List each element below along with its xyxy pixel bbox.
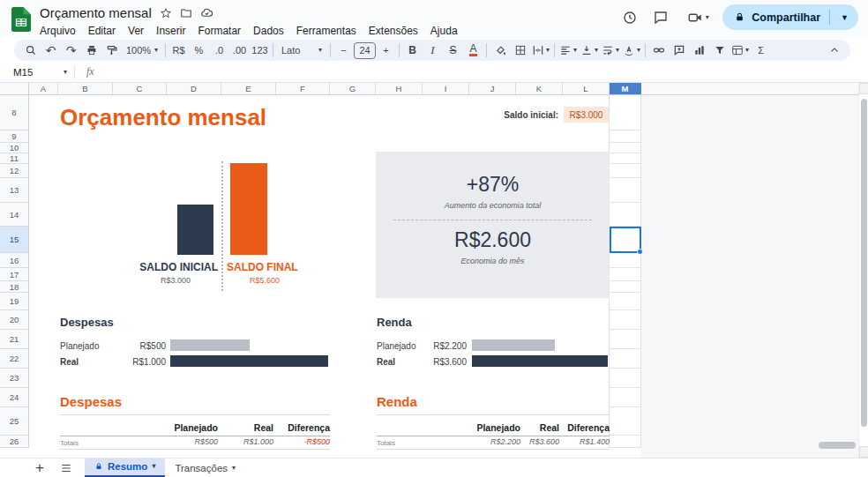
row-header-16[interactable]: 16 [0,253,29,268]
table-views-button[interactable]: ▾ [730,41,751,60]
column-header-C[interactable]: C [113,83,167,94]
insert-comment-button[interactable] [669,41,689,60]
text-rotation-button[interactable]: ▾ [621,41,642,60]
scroll-up-button[interactable] [859,83,868,94]
tab-menu-caret-icon[interactable]: ▾ [152,463,155,470]
row-header-19[interactable]: 19 [0,293,29,310]
decrease-decimal-button[interactable]: .0 [209,41,229,60]
borders-button[interactable] [510,41,530,60]
menu-inserir[interactable]: Inserir [150,23,191,41]
increase-decimal-button[interactable]: .00 [229,41,250,60]
row-header-9[interactable]: 9 [0,130,29,143]
column-header-D[interactable]: D [167,83,221,94]
text-wrap-button[interactable]: ▾ [600,41,621,60]
vertical-scrollbar-thumb[interactable] [861,99,867,427]
row-header-26[interactable]: 26 [0,436,29,448]
row-header-24[interactable]: 24 [0,388,29,407]
scroll-down-button[interactable] [859,446,868,458]
column-header-G[interactable]: G [330,83,376,94]
row-header-18[interactable]: 18 [0,281,29,293]
column-header-M[interactable]: M [610,83,641,94]
text-color-button[interactable]: A [463,41,483,60]
column-header-F[interactable]: F [276,83,330,94]
all-sheets-button[interactable] [56,458,76,477]
font-select[interactable]: Lato▾ [276,41,327,60]
add-sheet-button[interactable]: + [30,458,49,477]
menu-ver[interactable]: Ver [122,23,150,41]
zoom-select[interactable]: 100%▾ [122,41,162,60]
formula-input[interactable] [94,62,868,82]
fill-color-button[interactable] [490,41,510,60]
row-header-14[interactable]: 14 [0,203,29,227]
menu-dados[interactable]: Dados [247,23,290,41]
version-history-icon[interactable] [617,5,642,30]
share-button[interactable]: Compartilhar ▼ [722,4,858,30]
menu-arquivo[interactable]: Arquivo [34,23,82,41]
row-header-17[interactable]: 17 [0,268,29,281]
fill-handle[interactable] [637,249,643,255]
currency-format-button[interactable]: R$ [168,41,189,60]
hide-menus-button[interactable] [824,41,844,60]
sheet-tab-resumo[interactable]: Resumo▾ [85,458,165,477]
merge-cells-button[interactable]: ▾ [530,41,551,60]
decrease-font-size-button[interactable]: − [333,41,354,60]
horizontal-scrollbar-thumb[interactable] [819,442,856,449]
row-header-13[interactable]: 13 [0,178,29,203]
increase-font-size-button[interactable]: + [376,41,396,60]
menu-formatar[interactable]: Formatar [191,23,247,41]
tab-menu-caret-icon[interactable]: ▾ [232,465,236,472]
column-header-K[interactable]: K [516,83,563,94]
column-header-I[interactable]: I [423,83,469,94]
menu-editar[interactable]: Editar [82,23,122,41]
menu-ajuda[interactable]: Ajuda [424,23,464,41]
menu-ferramentas[interactable]: Ferramentas [290,23,363,41]
row-header-25[interactable]: 25 [0,407,29,436]
column-header-H[interactable]: H [376,83,423,94]
create-filter-button[interactable] [709,41,730,60]
move-folder-icon[interactable] [180,7,192,19]
row-header-20[interactable]: 20 [0,310,29,330]
font-size-input[interactable]: 24 [354,42,376,59]
print-button[interactable] [81,41,101,60]
column-header-E[interactable]: E [221,83,276,94]
vertical-align-button[interactable]: ▾ [579,41,600,60]
sheet-tab-transacoes[interactable]: Transações▾ [165,458,245,477]
row-header-10[interactable]: 10 [0,143,29,153]
row-header-21[interactable]: 21 [0,330,29,349]
sheet-canvas[interactable]: Orçamento mensal Saldo inicial: R$3.000 … [29,95,858,458]
sheets-logo[interactable] [11,7,31,32]
column-header-L[interactable]: L [563,83,610,94]
vertical-scrollbar[interactable] [858,83,868,458]
horizontal-align-button[interactable]: ▾ [557,41,579,60]
share-menu-caret[interactable]: ▼ [836,13,853,22]
row-header-23[interactable]: 23 [0,369,29,388]
column-header-B[interactable]: B [58,83,113,94]
strikethrough-button[interactable]: S [443,41,463,60]
bold-button[interactable]: B [402,41,423,60]
comments-icon[interactable] [648,5,673,30]
selected-cell[interactable] [610,227,641,253]
redo-button[interactable]: ↷ [61,41,81,60]
italic-button[interactable]: I [423,41,443,60]
search-button[interactable] [20,41,41,60]
row-header-12[interactable]: 12 [0,164,29,178]
paint-format-button[interactable] [101,41,122,60]
menu-extensoes[interactable]: Extensões [363,23,424,41]
functions-button[interactable]: Σ [751,41,771,60]
row-header-15[interactable]: 15 [0,227,29,253]
insert-link-button[interactable] [648,41,669,60]
document-title[interactable]: Orçamento mensal [40,5,152,20]
row-header-11[interactable]: 11 [0,153,29,164]
percent-format-button[interactable]: % [189,41,209,60]
undo-button[interactable]: ↶ [41,41,61,60]
insert-chart-button[interactable] [689,41,709,60]
column-header-A[interactable]: A [29,83,58,94]
star-icon[interactable] [160,7,172,19]
row-header-22[interactable]: 22 [0,349,29,369]
name-box[interactable]: M15 ▾ [0,67,67,78]
column-header-J[interactable]: J [469,83,516,94]
cloud-status-icon[interactable] [200,6,213,19]
more-formats-button[interactable]: 123 [250,41,270,60]
select-all-corner[interactable] [0,83,29,95]
row-header-8[interactable]: 8 [0,95,29,130]
